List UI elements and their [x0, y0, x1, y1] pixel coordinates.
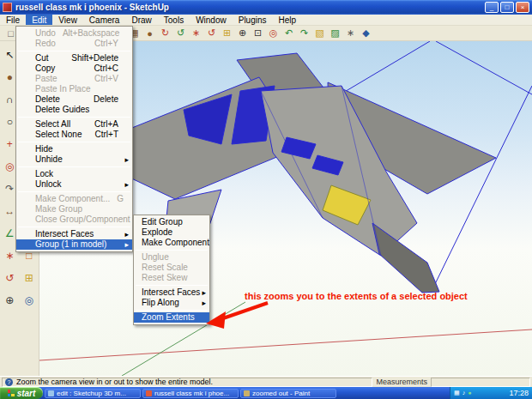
submenu-item[interactable]: Reset Scale	[134, 263, 209, 273]
menu-item[interactable]: Group (1 in model)	[16, 239, 132, 250]
taskbar-task[interactable]: edit : Sketchup 3D m...	[45, 389, 141, 398]
window-title: russell class mk i phoenix - SketchUp	[15, 3, 483, 12]
menu-item[interactable]: Make Component... G	[16, 194, 132, 204]
title-bar[interactable]: russell class mk i phoenix - SketchUp _ …	[0, 0, 532, 15]
menu-item[interactable]: Unhide	[16, 154, 132, 165]
close-button[interactable]: ×	[516, 2, 529, 13]
menubar-item[interactable]: Help	[273, 15, 303, 25]
plugin-box2-icon[interactable]: ▨	[328, 27, 342, 40]
submenu-item[interactable]	[136, 310, 208, 311]
menu-item[interactable]	[18, 227, 130, 227]
menubar-item[interactable]: Draw	[125, 15, 157, 25]
submenu-item[interactable]: Edit Group	[134, 217, 209, 227]
zoom-icon[interactable]: ⊕	[1, 291, 18, 310]
zoom-extents-icon[interactable]: ◎	[21, 291, 38, 310]
menu-item[interactable]: Make Group	[16, 204, 132, 215]
menu-item[interactable]: Redo Ctrl+Y	[16, 39, 132, 49]
menu-item[interactable]: Paste In Place	[16, 84, 132, 94]
help-icon: ?	[5, 378, 13, 386]
maximize-button[interactable]: □	[500, 2, 514, 13]
menu-item[interactable]: Undo Alt+Backspace	[16, 28, 132, 39]
tray-icons: ▦ ♪ ●	[454, 388, 471, 398]
zoom-window-icon[interactable]: ⊡	[251, 27, 265, 40]
shield-icon[interactable]: ●	[468, 388, 471, 398]
volume-icon[interactable]: ♪	[462, 388, 466, 398]
rotate-ccw-icon[interactable]: ↺	[173, 27, 188, 40]
menu-item[interactable]	[18, 191, 130, 192]
taskbar-tasks: edit : Sketchup 3D m... russell class mk…	[43, 387, 450, 399]
zoom-icon[interactable]: ⊕	[235, 27, 250, 40]
network-icon[interactable]: ▦	[454, 388, 460, 398]
menu-item[interactable]: Hide	[16, 144, 132, 154]
sketchup-app-icon	[3, 3, 12, 12]
menu-item[interactable]: Cut Shift+Delete	[16, 53, 132, 63]
menu-item[interactable]: Delete Guides	[16, 105, 132, 115]
plugin-gear-icon[interactable]: ∗	[343, 27, 358, 40]
status-help-text: Zoom the camera view in or out to show t…	[16, 378, 213, 386]
submenu-item[interactable]: Make Component	[134, 238, 209, 248]
submenu-item[interactable]	[136, 250, 208, 251]
clock: 17:28	[509, 389, 529, 397]
next-view-icon[interactable]: ↷	[297, 27, 311, 40]
submenu-item[interactable]: Unglue	[134, 252, 209, 263]
menu-item[interactable]: Select All Ctrl+A	[16, 119, 132, 130]
task-icon	[146, 390, 152, 396]
zoom-extents-icon[interactable]: ◎	[266, 27, 281, 40]
menubar-item[interactable]: File	[0, 15, 26, 25]
menu-item[interactable]: Select None Ctrl+T	[16, 130, 132, 140]
submenu-item[interactable]: Explode	[134, 227, 209, 238]
taskbar-task[interactable]: zoomed out - Paint	[240, 389, 336, 398]
menu-item[interactable]: Copy Ctrl+C	[16, 63, 132, 74]
measurements-label: Measurements	[376, 378, 427, 386]
submenu-item[interactable]: Zoom Extents	[134, 312, 209, 323]
task-icon	[48, 390, 54, 396]
menubar-item[interactable]: Edit	[26, 15, 52, 25]
menu-item[interactable]: Intersect Faces	[16, 229, 132, 239]
plugin-diamond-icon[interactable]: ◆	[359, 27, 373, 40]
menu-item[interactable]	[18, 142, 130, 142]
window-controls: _ □ ×	[483, 2, 529, 13]
submenu-item[interactable]: Intersect Faces	[134, 287, 209, 298]
menu-bar: File Edit View Camera Draw Tools Window …	[0, 15, 532, 26]
menu-item[interactable]: Close Group/Component	[16, 215, 132, 225]
group-submenu: Edit Group Explode Make Component Unglue	[133, 215, 210, 325]
menu-item[interactable]: Delete Delete	[16, 94, 132, 105]
status-message-strip: ? Zoom the camera view in or out to show…	[2, 378, 372, 387]
menu-item[interactable]: Unlock	[16, 179, 132, 190]
system-tray: ▦ ♪ ● 17:28	[450, 387, 532, 399]
taskbar: start edit : Sketchup 3D m... russell cl…	[0, 387, 532, 399]
sketchup-window: russell class mk i phoenix - SketchUp _ …	[0, 0, 532, 399]
submenu-item[interactable]: Flip Along	[134, 298, 209, 308]
orbit-icon[interactable]: ↺	[204, 27, 219, 40]
minimize-button[interactable]: _	[485, 2, 499, 13]
status-bar: ? Zoom the camera view in or out to show…	[0, 376, 532, 387]
menu-item[interactable]	[18, 117, 130, 118]
orbit-icon[interactable]: ↺	[1, 269, 18, 287]
menu-item[interactable]	[18, 166, 130, 167]
plugin-box-icon[interactable]: ▧	[312, 27, 327, 40]
menu-item[interactable]: Paste Ctrl+V	[16, 74, 132, 84]
axes-tool-icon[interactable]: ∗	[189, 27, 203, 40]
edit-menu: Undo Alt+Backspace Redo Ctrl+Y Cut Shift…	[15, 26, 133, 252]
menu-item[interactable]	[18, 51, 130, 51]
menu-item[interactable]: Lock	[16, 169, 132, 179]
task-icon	[244, 390, 250, 396]
measurements-box[interactable]	[431, 378, 530, 387]
submenu-item[interactable]: Reset Skew	[134, 273, 209, 283]
drawing-axes	[39, 302, 532, 376]
pan-icon[interactable]: ⊞	[220, 27, 234, 40]
paint-bucket-icon[interactable]: ●	[142, 27, 157, 40]
previous-view-icon[interactable]: ↶	[281, 27, 296, 40]
rotate-cw-icon[interactable]: ↻	[158, 27, 172, 40]
start-button[interactable]: start	[0, 387, 43, 399]
menubar-item[interactable]: Camera	[83, 15, 126, 25]
menubar-item[interactable]: Tools	[158, 15, 190, 25]
menubar-item[interactable]: Plugins	[233, 15, 273, 25]
menubar-item[interactable]: View	[52, 15, 83, 25]
windows-flag-icon	[8, 390, 15, 396]
taskbar-task[interactable]: russell class mk i phoe...	[142, 389, 239, 398]
submenu-item[interactable]	[136, 285, 208, 286]
pan-icon[interactable]: ⊞	[21, 269, 38, 287]
menubar-item[interactable]: Window	[190, 15, 233, 25]
